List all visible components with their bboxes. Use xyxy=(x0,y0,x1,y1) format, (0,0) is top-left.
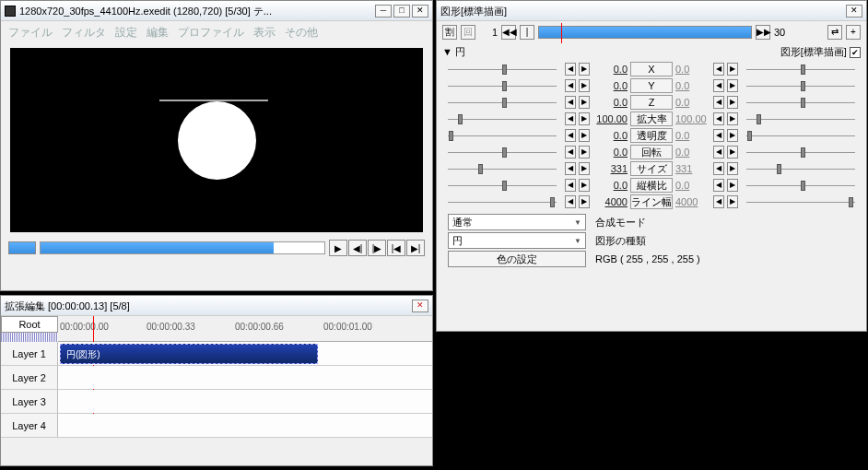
param-slider-right[interactable] xyxy=(741,79,861,92)
param-value-left[interactable]: 0.0 xyxy=(592,97,628,108)
shape-enabled-checkbox[interactable]: ✔ xyxy=(850,47,861,58)
param-label-button[interactable]: 透明度 xyxy=(630,128,673,143)
inc-button[interactable]: ▶ xyxy=(579,112,590,125)
inc-button-r[interactable]: ▶ xyxy=(727,146,738,159)
param-slider-left[interactable] xyxy=(442,96,562,109)
param-slider-left[interactable] xyxy=(442,112,562,125)
param-value-right[interactable]: 0.0 xyxy=(675,130,710,141)
param-slider-right[interactable] xyxy=(741,146,861,159)
dec-button[interactable]: ◀ xyxy=(565,79,576,92)
dec-button[interactable]: ◀ xyxy=(565,112,576,125)
inc-button-r[interactable]: ▶ xyxy=(727,162,738,175)
maximize-button[interactable]: □ xyxy=(393,5,410,18)
swap-button[interactable]: ⇄ xyxy=(827,25,842,40)
layer-label[interactable]: Layer 3 xyxy=(1,390,58,413)
dec-button-r[interactable]: ◀ xyxy=(713,179,724,192)
timeline-close-button[interactable]: ✕ xyxy=(412,300,428,312)
dec-button[interactable]: ◀ xyxy=(565,162,576,175)
menu-filter[interactable]: フィルタ xyxy=(62,25,106,41)
param-slider-right[interactable] xyxy=(741,179,861,192)
dec-button[interactable]: ◀ xyxy=(565,63,576,76)
layer-track[interactable]: 円(図形) xyxy=(58,342,432,365)
playback-start-indicator[interactable] xyxy=(8,241,36,254)
blend-mode-dropdown[interactable]: 通常▼ xyxy=(448,214,586,230)
param-value-right[interactable]: 0.0 xyxy=(675,97,710,108)
layer-track[interactable] xyxy=(58,366,432,389)
inc-button[interactable]: ▶ xyxy=(579,146,590,159)
dec-button[interactable]: ◀ xyxy=(565,96,576,109)
frame-prev-button[interactable]: | xyxy=(520,25,534,40)
layer-label[interactable]: Layer 2 xyxy=(1,366,58,389)
param-slider-left[interactable] xyxy=(442,179,562,192)
inc-button-r[interactable]: ▶ xyxy=(727,129,738,142)
inc-button-r[interactable]: ▶ xyxy=(727,179,738,192)
param-label-button[interactable]: 縦横比 xyxy=(630,178,673,193)
dec-button[interactable]: ◀ xyxy=(565,129,576,142)
inc-button[interactable]: ▶ xyxy=(579,79,590,92)
layer-label[interactable]: Layer 1 xyxy=(1,342,58,365)
inc-button-r[interactable]: ▶ xyxy=(727,79,738,92)
timeline-clip[interactable]: 円(図形) xyxy=(60,344,318,364)
play-button[interactable]: ▶ xyxy=(329,240,347,256)
layer-label[interactable]: Layer 4 xyxy=(1,414,58,437)
close-button[interactable]: ✕ xyxy=(412,5,428,18)
inc-button[interactable]: ▶ xyxy=(579,179,590,192)
inc-button[interactable]: ▶ xyxy=(579,129,590,142)
param-label-button[interactable]: X xyxy=(630,62,673,76)
add-button[interactable]: + xyxy=(846,25,861,40)
dec-button[interactable]: ◀ xyxy=(565,146,576,159)
param-label-button[interactable]: 回転 xyxy=(630,145,673,159)
param-value-right[interactable]: 0.0 xyxy=(675,80,710,91)
frame-next-fast-button[interactable]: ▶▶ xyxy=(756,25,770,40)
param-slider-right[interactable] xyxy=(741,63,861,76)
param-slider-right[interactable] xyxy=(741,112,861,125)
copy-button[interactable]: 回 xyxy=(461,25,475,40)
param-value-right[interactable]: 0.0 xyxy=(675,147,710,158)
param-slider-right[interactable] xyxy=(741,162,861,175)
param-value-left[interactable]: 0.0 xyxy=(592,80,628,91)
inc-button[interactable]: ▶ xyxy=(579,195,590,208)
inc-button[interactable]: ▶ xyxy=(579,162,590,175)
param-value-left[interactable]: 0.0 xyxy=(592,147,628,158)
param-value-right[interactable]: 0.0 xyxy=(675,180,710,191)
root-button[interactable]: Root xyxy=(1,316,58,333)
dec-button[interactable]: ◀ xyxy=(565,179,576,192)
goto-end-button[interactable]: ▶| xyxy=(406,240,425,256)
dec-button-r[interactable]: ◀ xyxy=(713,162,724,175)
param-value-left[interactable]: 0.0 xyxy=(592,130,628,141)
step-forward-button[interactable]: |▶ xyxy=(368,240,386,256)
menu-profile[interactable]: プロファイル xyxy=(178,25,244,41)
param-label-button[interactable]: サイズ xyxy=(630,161,673,176)
param-slider-left[interactable] xyxy=(442,195,562,208)
layer-track[interactable] xyxy=(58,390,432,413)
dec-button-r[interactable]: ◀ xyxy=(713,96,724,109)
param-value-right[interactable]: 4000 xyxy=(675,196,710,207)
param-slider-left[interactable] xyxy=(442,146,562,159)
dec-button-r[interactable]: ◀ xyxy=(713,112,724,125)
param-value-left[interactable]: 4000 xyxy=(592,196,628,207)
param-slider-left[interactable] xyxy=(442,162,562,175)
param-value-left[interactable]: 0.0 xyxy=(592,180,628,191)
dec-button-r[interactable]: ◀ xyxy=(713,129,724,142)
param-label-button[interactable]: 拡大率 xyxy=(630,112,673,126)
minimize-button[interactable]: ─ xyxy=(375,5,392,18)
param-slider-left[interactable] xyxy=(442,79,562,92)
dec-button-r[interactable]: ◀ xyxy=(713,195,724,208)
playback-progress[interactable] xyxy=(40,241,325,254)
param-slider-left[interactable] xyxy=(442,63,562,76)
layer-track[interactable] xyxy=(58,414,432,437)
property-close-button[interactable]: ✕ xyxy=(846,5,862,18)
param-slider-right[interactable] xyxy=(741,195,861,208)
inc-button-r[interactable]: ▶ xyxy=(727,112,738,125)
param-label-button[interactable]: Y xyxy=(630,78,673,93)
inc-button-r[interactable]: ▶ xyxy=(727,63,738,76)
frame-prev-fast-button[interactable]: ◀◀ xyxy=(501,25,516,40)
menu-view[interactable]: 表示 xyxy=(253,25,276,41)
delete-button[interactable]: 割 xyxy=(442,25,457,40)
param-slider-left[interactable] xyxy=(442,129,562,142)
param-slider-right[interactable] xyxy=(741,129,861,142)
shape-type-dropdown[interactable]: 円▼ xyxy=(448,232,586,249)
param-label-button[interactable]: ライン幅 xyxy=(630,194,673,209)
frame-slider[interactable] xyxy=(538,26,752,39)
collapse-toggle[interactable]: ▼ xyxy=(442,46,452,57)
